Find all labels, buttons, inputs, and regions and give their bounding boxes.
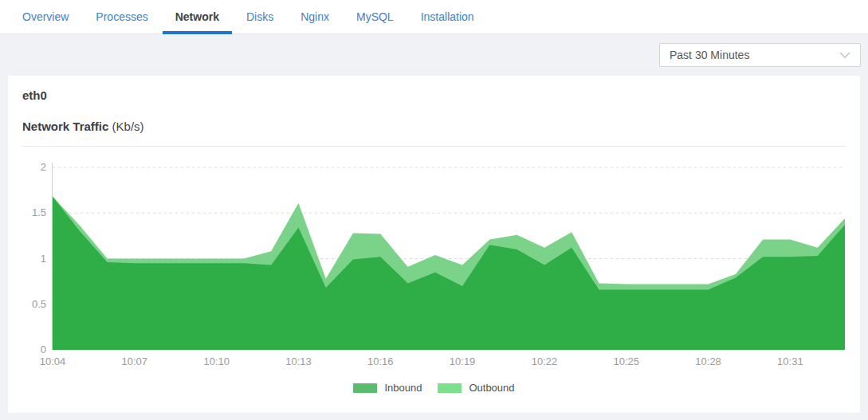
x-axis-tick-label: 10:04 <box>40 355 66 367</box>
inbound-swatch-icon <box>353 383 377 393</box>
time-range-select[interactable]: Past 30 Minutes <box>659 43 861 67</box>
x-axis-tick-label: 10:16 <box>367 355 394 367</box>
legend-item-outbound[interactable]: Outbound <box>438 382 514 394</box>
x-axis-tick-label: 10:28 <box>695 355 721 367</box>
x-axis-tick-label: 10:13 <box>285 355 312 367</box>
tab-mysql-label: MySQL <box>356 10 394 23</box>
tab-processes[interactable]: Processes <box>96 0 147 33</box>
y-axis-tick-label: 1 <box>19 252 46 265</box>
chart-title-unit: (Kb/s) <box>112 120 144 133</box>
tab-overview-label: Overview <box>22 10 69 23</box>
tab-installation[interactable]: Installation <box>421 0 474 33</box>
toolbar: Past 30 Minutes <box>0 34 868 76</box>
x-axis-tick-label: 10:31 <box>777 355 803 367</box>
y-axis-tick-label: 0 <box>19 343 46 356</box>
traffic-area-chart <box>53 163 845 350</box>
chart-legend: Inbound Outbound <box>22 382 846 394</box>
tab-nginx[interactable]: Nginx <box>300 0 329 33</box>
chart-title: Network Traffic (Kb/s) <box>22 120 846 134</box>
outbound-legend-label: Outbound <box>469 382 514 394</box>
tab-processes-label: Processes <box>96 10 147 23</box>
time-range-value: Past 30 Minutes <box>670 49 749 61</box>
tab-nginx-label: Nginx <box>300 10 329 23</box>
tab-disks[interactable]: Disks <box>246 0 273 33</box>
tab-mysql[interactable]: MySQL <box>356 0 394 33</box>
tab-overview[interactable]: Overview <box>22 0 69 33</box>
outbound-swatch-icon <box>438 383 461 393</box>
y-axis-tick-label: 0.5 <box>19 297 46 311</box>
inbound-legend-label: Inbound <box>384 382 422 394</box>
divider <box>22 146 846 147</box>
tab-installation-label: Installation <box>421 10 474 23</box>
chart-region: 00.511.52 10:0410:0710:1010:1310:1610:19… <box>52 163 844 350</box>
network-interface-card: eth0 Network Traffic (Kb/s) 00.511.52 10… <box>8 76 860 413</box>
chevron-down-icon <box>839 52 850 58</box>
chart-title-text: Network Traffic <box>22 120 108 133</box>
tab-disks-label: Disks <box>246 10 273 23</box>
y-axis-tick-label: 1.5 <box>19 206 46 219</box>
x-axis-tick-label: 10:19 <box>450 355 476 367</box>
y-axis-tick-label: 2 <box>19 160 46 174</box>
x-axis-tick-label: 10:10 <box>203 355 230 367</box>
x-axis-tick-label: 10:22 <box>532 355 558 367</box>
tab-bar: Overview Processes Network Disks Nginx M… <box>0 0 868 34</box>
legend-item-inbound[interactable]: Inbound <box>353 382 422 394</box>
tab-network[interactable]: Network <box>175 0 219 33</box>
interface-title: eth0 <box>22 88 846 103</box>
x-axis-tick-label: 10:25 <box>614 355 640 367</box>
x-axis-tick-label: 10:07 <box>122 355 148 367</box>
tab-network-label: Network <box>175 10 219 23</box>
